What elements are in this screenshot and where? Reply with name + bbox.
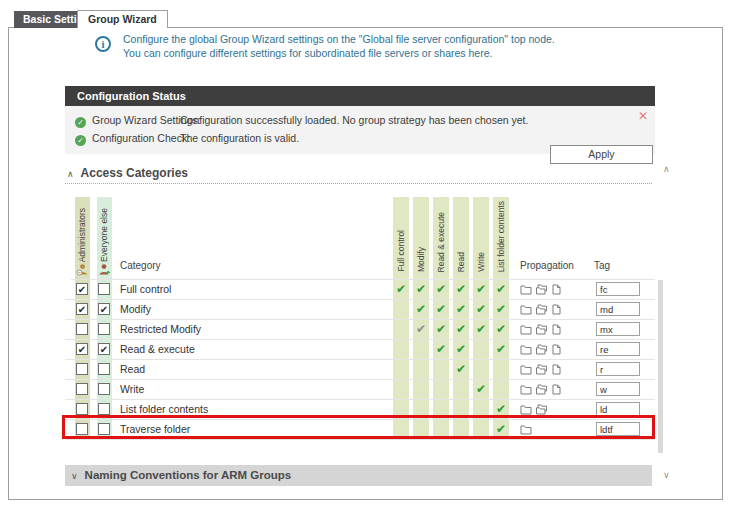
naming-conventions-title: Naming Conventions for ARM Groups [85,469,292,481]
file-icon [551,284,561,295]
status-item-message: The configuration is valid. [180,132,299,144]
scrollbar-thumb[interactable] [658,280,663,453]
table-row-list-folder-contents: List folder contents ✔ [65,400,655,420]
check-mark: ✔ [393,280,409,299]
tag-input[interactable] [596,322,640,336]
admin-checkbox[interactable] [76,323,88,335]
category-label: Write [120,380,144,399]
check-mark: ✔ [493,280,509,299]
admin-checkbox[interactable]: ✔ [76,303,88,315]
tag-input[interactable] [596,362,640,376]
category-label: Modify [120,300,151,319]
tab-group-wizard[interactable]: Group Wizard [77,10,168,28]
everyone-checkbox[interactable] [98,323,110,335]
tag-input[interactable] [596,282,640,296]
column-header-category: Category [120,260,161,271]
column-header-propagation: Propagation [520,260,574,271]
folder-icon [520,284,532,295]
admin-checkbox[interactable] [76,423,88,435]
tag-input[interactable] [596,402,640,416]
folder-icon [520,404,532,415]
table-row-read-execute: ✔ ✔ Read & execute ✔ ✔ ✔ [65,340,655,360]
status-item-label: Group Wizard Settings: [92,111,180,129]
file-icon [551,304,561,315]
collapse-up-icon: ∧ [67,169,74,179]
check-mark: ✔ [493,320,509,339]
category-label: Traverse folder [120,420,190,439]
propagation-icons [520,284,561,295]
everyone-checkbox[interactable] [98,363,110,375]
everyone-checkbox[interactable] [98,403,110,415]
check-mark: ✔ [453,280,469,299]
column-header-administrators: Administrators [77,208,87,262]
check-mark: ✔ [493,300,509,319]
propagation-icons [520,344,561,355]
check-mark: ✔ [413,300,429,319]
check-mark: ✔ [433,280,449,299]
access-categories-title: Access Categories [81,166,188,180]
folder-icon [520,424,532,435]
everyone-checkbox[interactable]: ✔ [98,303,110,315]
propagation-icons [520,384,561,395]
everyone-checkbox[interactable] [98,383,110,395]
folder-icon [520,384,532,395]
scroll-up-icon[interactable]: ∧ [663,164,670,174]
scroll-down-icon[interactable]: ∨ [663,470,670,480]
collapse-down-icon: ∨ [71,471,78,481]
check-mark: ✔ [413,280,429,299]
folder-icon [520,324,532,335]
category-label: List folder contents [120,400,208,419]
category-label: Read [120,360,145,379]
subfolders-icon [535,344,548,355]
access-categories-header[interactable]: ∧Access Categories [65,162,652,184]
everyone-checkbox[interactable] [98,423,110,435]
status-item: ✓Group Wizard Settings:Configuration suc… [65,111,655,129]
tag-input[interactable] [596,382,640,396]
admin-checkbox[interactable] [76,363,88,375]
subfolders-icon [535,404,548,415]
admin-checkbox[interactable] [76,383,88,395]
check-mark: ✔ [433,300,449,319]
info-line-1: Configure the global Group Wizard settin… [123,33,555,47]
tag-input[interactable] [596,422,640,436]
category-label: Restricted Modify [120,320,201,339]
check-mark: ✔ [473,320,489,339]
naming-conventions-header[interactable]: ∨Naming Conventions for ARM Groups [65,465,652,486]
column-header-read-execute: Read & execute [436,212,446,272]
tag-input[interactable] [596,302,640,316]
category-label: Read & execute [120,340,195,359]
check-mark: ✔ [453,340,469,359]
subfolders-icon [535,284,548,295]
tag-input[interactable] [596,342,640,356]
info-line-2: You can configure different settings for… [123,47,555,61]
configuration-status-body: ✓Group Wizard Settings:Configuration suc… [65,106,655,154]
everyone-checkbox[interactable]: ✔ [98,343,110,355]
folder-icon [520,364,532,375]
admin-checkbox[interactable]: ✔ [76,283,88,295]
admin-checkbox[interactable] [76,403,88,415]
file-icon [551,344,561,355]
everyone-checkbox[interactable] [98,283,110,295]
check-mark: ✔ [453,320,469,339]
check-mark: ✔ [433,320,449,339]
table-row-restricted-modify: Restricted Modify ✔ ✔ ✔ ✔ ✔ [65,320,655,340]
propagation-icons [520,304,561,315]
success-check-icon: ✓ [75,117,86,128]
status-item-message: Configuration successfully loaded. No gr… [180,114,528,126]
propagation-icons [520,364,561,375]
file-icon [551,364,561,375]
propagation-icons [520,424,532,435]
check-mark: ✔ [453,300,469,319]
admin-checkbox[interactable]: ✔ [76,343,88,355]
table-row-modify: ✔ ✔ Modify ✔ ✔ ✔ ✔ ✔ [65,300,655,320]
close-icon[interactable]: ✕ [638,109,648,123]
group-wizard-settings-window: Basic Settings Group Wizard i Configure … [0,0,732,510]
column-header-modify: Modify [416,247,426,272]
file-icon [551,324,561,335]
subfolders-icon [535,384,548,395]
propagation-icons [520,324,561,335]
column-header-full-control: Full control [396,230,406,272]
check-mark-grey: ✔ [413,320,429,339]
column-header-tag: Tag [594,260,610,271]
subfolders-icon [535,324,548,335]
